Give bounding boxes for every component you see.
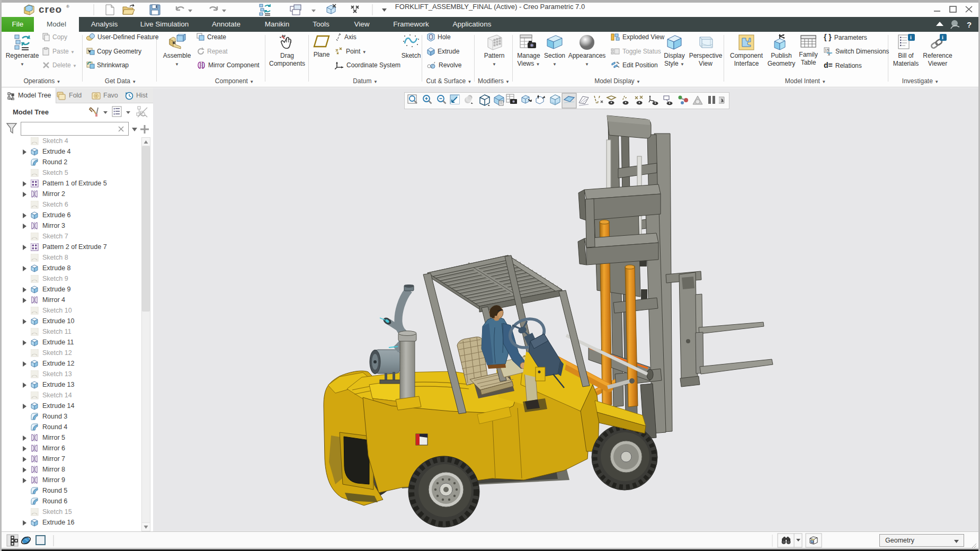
- svg-text:x: x: [827, 52, 831, 56]
- svg-text:i: i: [910, 34, 912, 40]
- svg-text:i: i: [942, 34, 943, 40]
- svg-text:?: ?: [967, 20, 972, 29]
- svg-text:¹²: ¹²: [616, 61, 618, 64]
- svg-text:15: 15: [825, 48, 829, 52]
